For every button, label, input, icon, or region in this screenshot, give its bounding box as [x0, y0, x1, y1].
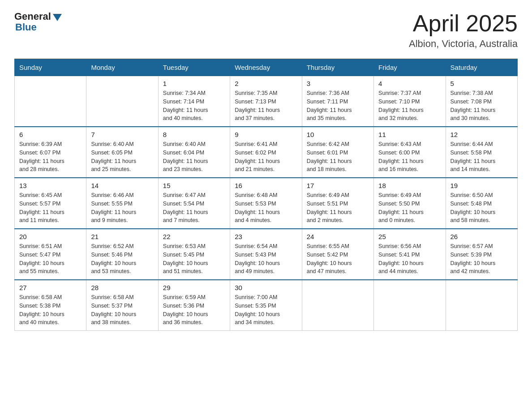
- calendar-day-cell: 18Sunrise: 6:49 AM Sunset: 5:50 PM Dayli…: [374, 178, 446, 229]
- calendar-day-cell: 10Sunrise: 6:42 AM Sunset: 6:01 PM Dayli…: [302, 127, 373, 178]
- day-number: 27: [19, 284, 82, 291]
- day-number: 6: [19, 131, 82, 138]
- calendar-header-tuesday: Tuesday: [158, 59, 230, 76]
- day-number: 5: [450, 80, 513, 87]
- calendar-week-row: 27Sunrise: 6:58 AM Sunset: 5:38 PM Dayli…: [15, 280, 518, 331]
- day-info: Sunrise: 6:50 AM Sunset: 5:48 PM Dayligh…: [450, 191, 513, 225]
- day-info: Sunrise: 6:57 AM Sunset: 5:39 PM Dayligh…: [450, 242, 513, 276]
- day-info: Sunrise: 6:49 AM Sunset: 5:51 PM Dayligh…: [307, 191, 369, 225]
- calendar-day-cell: 29Sunrise: 6:59 AM Sunset: 5:36 PM Dayli…: [158, 280, 230, 331]
- day-number: 24: [307, 233, 369, 240]
- calendar-header-saturday: Saturday: [446, 59, 517, 76]
- calendar-day-cell: 13Sunrise: 6:45 AM Sunset: 5:57 PM Dayli…: [15, 178, 86, 229]
- calendar-day-cell: 7Sunrise: 6:40 AM Sunset: 6:05 PM Daylig…: [86, 127, 158, 178]
- calendar-day-cell: 19Sunrise: 6:50 AM Sunset: 5:48 PM Dayli…: [446, 178, 517, 229]
- day-number: 19: [450, 182, 513, 189]
- day-number: 3: [307, 80, 369, 87]
- calendar-week-row: 1Sunrise: 7:34 AM Sunset: 7:14 PM Daylig…: [15, 76, 518, 127]
- calendar-day-cell: 1Sunrise: 7:34 AM Sunset: 7:14 PM Daylig…: [158, 76, 230, 127]
- day-number: 21: [91, 233, 153, 240]
- day-info: Sunrise: 6:44 AM Sunset: 5:58 PM Dayligh…: [450, 140, 513, 174]
- calendar-header-row: SundayMondayTuesdayWednesdayThursdayFrid…: [15, 59, 518, 76]
- day-number: 10: [307, 131, 369, 138]
- day-info: Sunrise: 7:37 AM Sunset: 7:10 PM Dayligh…: [378, 89, 441, 123]
- day-number: 20: [19, 233, 82, 240]
- day-info: Sunrise: 6:42 AM Sunset: 6:01 PM Dayligh…: [307, 140, 369, 174]
- calendar-week-row: 20Sunrise: 6:51 AM Sunset: 5:47 PM Dayli…: [15, 229, 518, 280]
- day-info: Sunrise: 6:56 AM Sunset: 5:41 PM Dayligh…: [378, 242, 441, 276]
- day-number: 11: [378, 131, 441, 138]
- day-info: Sunrise: 6:54 AM Sunset: 5:43 PM Dayligh…: [235, 242, 297, 276]
- day-info: Sunrise: 6:47 AM Sunset: 5:54 PM Dayligh…: [163, 191, 225, 225]
- calendar-day-cell: 17Sunrise: 6:49 AM Sunset: 5:51 PM Dayli…: [302, 178, 373, 229]
- logo: General Blue: [14, 11, 62, 33]
- day-number: 18: [378, 182, 441, 189]
- calendar-day-cell: 30Sunrise: 7:00 AM Sunset: 5:35 PM Dayli…: [230, 280, 302, 331]
- day-number: 30: [235, 284, 297, 291]
- logo-arrow-icon: [53, 14, 62, 21]
- calendar-header-sunday: Sunday: [15, 59, 86, 76]
- day-info: Sunrise: 6:55 AM Sunset: 5:42 PM Dayligh…: [307, 242, 369, 276]
- calendar-week-row: 13Sunrise: 6:45 AM Sunset: 5:57 PM Dayli…: [15, 178, 518, 229]
- page-subtitle: Albion, Victoria, Australia: [409, 38, 518, 50]
- calendar-day-cell: 14Sunrise: 6:46 AM Sunset: 5:55 PM Dayli…: [86, 178, 158, 229]
- day-info: Sunrise: 6:46 AM Sunset: 5:55 PM Dayligh…: [91, 191, 153, 225]
- calendar-table: SundayMondayTuesdayWednesdayThursdayFrid…: [14, 59, 518, 331]
- calendar-day-cell: 8Sunrise: 6:40 AM Sunset: 6:04 PM Daylig…: [158, 127, 230, 178]
- calendar-day-cell: 23Sunrise: 6:54 AM Sunset: 5:43 PM Dayli…: [230, 229, 302, 280]
- calendar-day-cell: 3Sunrise: 7:36 AM Sunset: 7:11 PM Daylig…: [302, 76, 373, 127]
- day-info: Sunrise: 6:59 AM Sunset: 5:36 PM Dayligh…: [163, 293, 225, 327]
- day-number: 17: [307, 182, 369, 189]
- day-info: Sunrise: 6:41 AM Sunset: 6:02 PM Dayligh…: [235, 140, 297, 174]
- calendar-day-cell: 2Sunrise: 7:35 AM Sunset: 7:13 PM Daylig…: [230, 76, 302, 127]
- day-info: Sunrise: 7:00 AM Sunset: 5:35 PM Dayligh…: [235, 293, 297, 327]
- day-info: Sunrise: 6:49 AM Sunset: 5:50 PM Dayligh…: [378, 191, 441, 225]
- calendar-day-cell: 4Sunrise: 7:37 AM Sunset: 7:10 PM Daylig…: [374, 76, 446, 127]
- calendar-day-cell: [302, 280, 373, 331]
- day-number: 29: [163, 284, 225, 291]
- day-number: 23: [235, 233, 297, 240]
- day-info: Sunrise: 6:58 AM Sunset: 5:37 PM Dayligh…: [91, 293, 153, 327]
- day-number: 7: [91, 131, 153, 138]
- day-info: Sunrise: 6:51 AM Sunset: 5:47 PM Dayligh…: [19, 242, 82, 276]
- calendar-day-cell: 20Sunrise: 6:51 AM Sunset: 5:47 PM Dayli…: [15, 229, 86, 280]
- calendar-day-cell: [86, 76, 158, 127]
- day-number: 1: [163, 80, 225, 87]
- calendar-day-cell: 22Sunrise: 6:53 AM Sunset: 5:45 PM Dayli…: [158, 229, 230, 280]
- calendar-day-cell: 12Sunrise: 6:44 AM Sunset: 5:58 PM Dayli…: [446, 127, 517, 178]
- day-number: 26: [450, 233, 513, 240]
- day-number: 2: [235, 80, 297, 87]
- day-number: 9: [235, 131, 297, 138]
- day-info: Sunrise: 6:40 AM Sunset: 6:04 PM Dayligh…: [163, 140, 225, 174]
- calendar-header-thursday: Thursday: [302, 59, 373, 76]
- day-info: Sunrise: 6:43 AM Sunset: 6:00 PM Dayligh…: [378, 140, 441, 174]
- day-info: Sunrise: 6:58 AM Sunset: 5:38 PM Dayligh…: [19, 293, 82, 327]
- day-number: 22: [163, 233, 225, 240]
- day-info: Sunrise: 6:39 AM Sunset: 6:07 PM Dayligh…: [19, 140, 82, 174]
- day-info: Sunrise: 6:40 AM Sunset: 6:05 PM Dayligh…: [91, 140, 153, 174]
- calendar-day-cell: [15, 76, 86, 127]
- title-block: April 2025 Albion, Victoria, Australia: [409, 11, 518, 50]
- day-number: 16: [235, 182, 297, 189]
- calendar-day-cell: 21Sunrise: 6:52 AM Sunset: 5:46 PM Dayli…: [86, 229, 158, 280]
- day-info: Sunrise: 6:52 AM Sunset: 5:46 PM Dayligh…: [91, 242, 153, 276]
- day-info: Sunrise: 6:53 AM Sunset: 5:45 PM Dayligh…: [163, 242, 225, 276]
- logo-general-text: General: [14, 11, 51, 22]
- page-header: General Blue April 2025 Albion, Victoria…: [14, 11, 518, 50]
- day-info: Sunrise: 7:36 AM Sunset: 7:11 PM Dayligh…: [307, 89, 369, 123]
- calendar-day-cell: [446, 280, 517, 331]
- calendar-day-cell: 16Sunrise: 6:48 AM Sunset: 5:53 PM Dayli…: [230, 178, 302, 229]
- day-number: 4: [378, 80, 441, 87]
- day-number: 28: [91, 284, 153, 291]
- day-number: 15: [163, 182, 225, 189]
- day-number: 12: [450, 131, 513, 138]
- calendar-day-cell: 15Sunrise: 6:47 AM Sunset: 5:54 PM Dayli…: [158, 178, 230, 229]
- day-info: Sunrise: 7:34 AM Sunset: 7:14 PM Dayligh…: [163, 89, 225, 123]
- calendar-day-cell: 25Sunrise: 6:56 AM Sunset: 5:41 PM Dayli…: [374, 229, 446, 280]
- day-info: Sunrise: 7:35 AM Sunset: 7:13 PM Dayligh…: [235, 89, 297, 123]
- calendar-day-cell: 27Sunrise: 6:58 AM Sunset: 5:38 PM Dayli…: [15, 280, 86, 331]
- day-number: 13: [19, 182, 82, 189]
- calendar-day-cell: 24Sunrise: 6:55 AM Sunset: 5:42 PM Dayli…: [302, 229, 373, 280]
- calendar-day-cell: 9Sunrise: 6:41 AM Sunset: 6:02 PM Daylig…: [230, 127, 302, 178]
- calendar-day-cell: 6Sunrise: 6:39 AM Sunset: 6:07 PM Daylig…: [15, 127, 86, 178]
